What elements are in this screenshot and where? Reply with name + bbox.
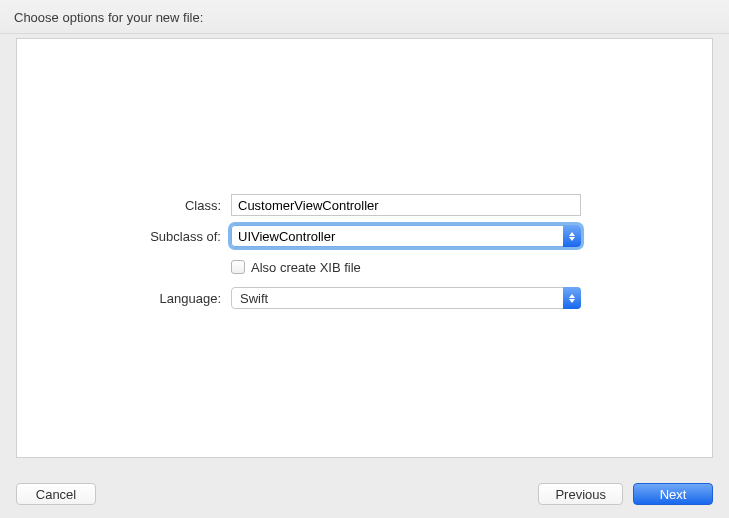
language-dropdown-button[interactable] (563, 287, 581, 309)
chevron-down-icon (569, 237, 575, 241)
class-row: Class: (17, 194, 712, 216)
language-row: Language: Swift (17, 287, 712, 309)
cancel-button[interactable]: Cancel (16, 483, 96, 505)
dialog-footer: Cancel Previous Next (0, 470, 729, 518)
subclass-label: Subclass of: (17, 229, 231, 244)
xib-checkbox-wrap[interactable]: Also create XIB file (231, 256, 581, 278)
xib-row: Also create XIB file (17, 256, 712, 278)
next-button[interactable]: Next (633, 483, 713, 505)
dialog-header: Choose options for your new file: (0, 0, 729, 34)
previous-button[interactable]: Previous (538, 483, 623, 505)
chevron-down-icon (569, 299, 575, 303)
options-form: Class: Subclass of: (17, 194, 712, 318)
language-value: Swift (240, 291, 268, 306)
chevron-up-icon (569, 232, 575, 236)
class-input[interactable] (231, 194, 581, 216)
dialog-title: Choose options for your new file: (14, 10, 203, 25)
subclass-row: Subclass of: (17, 225, 712, 247)
subclass-input[interactable] (231, 225, 563, 247)
subclass-dropdown-button[interactable] (563, 225, 581, 247)
content-panel: Class: Subclass of: (16, 38, 713, 458)
subclass-combo[interactable] (231, 225, 581, 247)
chevron-up-icon (569, 294, 575, 298)
language-label: Language: (17, 291, 231, 306)
xib-checkbox[interactable] (231, 260, 245, 274)
class-label: Class: (17, 198, 231, 213)
xib-checkbox-label: Also create XIB file (251, 260, 361, 275)
language-select[interactable]: Swift (231, 287, 581, 309)
